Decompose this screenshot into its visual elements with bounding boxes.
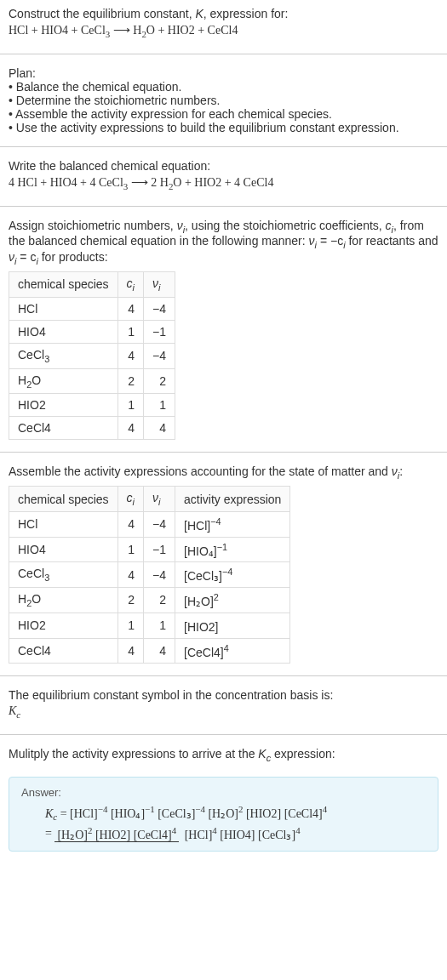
plan-bullet: • Determine the stoichiometric numbers. (9, 94, 438, 107)
balanced: Write the balanced chemical equation: 4 … (0, 152, 447, 201)
plan-bullet: • Use the activity expressions to build … (9, 121, 438, 134)
assign-text: Assign stoichiometric numbers, νi, using… (9, 219, 438, 266)
table-row: HIO41−1 (9, 320, 175, 343)
col-c: ci (117, 487, 143, 512)
k-symbol: K (195, 7, 203, 20)
plan-title: Plan: (9, 66, 438, 80)
text: Use the activity expressions to build th… (16, 121, 399, 134)
col-species: chemical species (9, 271, 118, 297)
cell: 4 (144, 638, 175, 664)
cell: [CeCl4]4 (175, 638, 290, 664)
table-row: CeCl444[CeCl4]4 (9, 638, 290, 664)
text: Construct the equilibrium constant, (9, 7, 195, 20)
col-c: ci (117, 271, 143, 297)
fraction-denominator: [HCl]4 [HIO4] [CeCl₃]4 (182, 829, 303, 841)
cell: −4 (144, 343, 175, 368)
assemble: Assemble the activity expressions accoun… (0, 458, 447, 670)
cell: HCl (9, 297, 118, 320)
text: for products: (38, 250, 108, 264)
cell: [CeCl₃]−4 (175, 562, 290, 588)
reaction-equation: HCl + HIO4 + CeCl3 ⟶ H2O + HIO2 + CeCl4 (9, 23, 438, 39)
nu: ν (392, 464, 398, 478)
text: Mulitply the activity expressions to arr… (9, 747, 258, 761)
col-nu: νi (144, 487, 175, 512)
plan-bullet: • Assemble the activity expression for e… (9, 107, 438, 121)
cell: CeCl3 (9, 343, 118, 368)
cell: CeCl3 (9, 562, 118, 588)
cell: 2 (144, 588, 175, 613)
answer-box: Answer: Kc = [HCl]−4 [HIO₄]−1 [CeCl₃]−4 … (9, 777, 438, 852)
cell: 1 (144, 612, 175, 638)
cell: HIO2 (9, 612, 118, 638)
cell: HCl (9, 511, 118, 537)
cell: 1 (117, 320, 143, 343)
text: , using the stoichiometric coefficients, (185, 219, 386, 232)
cell: 4 (117, 562, 143, 588)
intro: Construct the equilibrium constant, K, e… (0, 0, 447, 48)
cell: −4 (144, 297, 175, 320)
eq-const: The equilibrium constant symbol in the c… (0, 681, 447, 729)
cell: H2O (9, 588, 118, 613)
table-row: H2O22[H₂O]2 (9, 588, 290, 613)
balanced-equation: 4 HCl + HIO4 + 4 CeCl3 ⟶ 2 H2O + HIO2 + … (9, 175, 438, 191)
col-activity: activity expression (175, 487, 290, 512)
table-row: H2O22 (9, 368, 175, 394)
col-species: chemical species (9, 487, 118, 512)
intro-line1: Construct the equilibrium constant, K, e… (9, 7, 438, 20)
cell: [HIO2] (175, 612, 290, 638)
cell: HIO4 (9, 320, 118, 343)
cell: [H₂O]2 (175, 588, 290, 613)
plan-bullet: • Balance the chemical equation. (9, 80, 438, 94)
cell: 2 (117, 368, 143, 394)
table-row: CeCl444 (9, 417, 175, 440)
cell: HIO4 (9, 537, 118, 562)
text: = −c (317, 234, 343, 248)
cell: 4 (117, 638, 143, 664)
table-row: HIO211[HIO2] (9, 612, 290, 638)
table-row: CeCl34−4 (9, 343, 175, 368)
cell: 1 (144, 394, 175, 417)
cell: −4 (144, 511, 175, 537)
text: The equilibrium constant symbol in the c… (9, 688, 438, 702)
cell: 4 (117, 417, 143, 440)
table-header: chemical species ci νi (9, 271, 175, 297)
cell: −4 (144, 562, 175, 588)
cell: CeCl4 (9, 417, 118, 440)
multiply: Mulitply the activity expressions to arr… (0, 740, 447, 770)
balanced-title: Write the balanced chemical equation: (9, 159, 438, 173)
text: expression: (271, 747, 335, 761)
stoichiometry-table: chemical species ci νi HCl4−4 HIO41−1 Ce… (9, 271, 175, 440)
cell: 4 (117, 297, 143, 320)
cell: [HIO₄]−1 (175, 537, 290, 562)
cell: H2O (9, 368, 118, 394)
table-header: chemical species ci νi activity expressi… (9, 487, 290, 512)
nu: ν (309, 234, 315, 248)
cell: 1 (117, 612, 143, 638)
sub: i (398, 470, 399, 481)
cell: 1 (117, 537, 143, 562)
answer-eq-line2: = [H₂O]2 [HIO2] [CeCl4]4 [HCl]4 [HIO4] [… (45, 825, 426, 842)
text: , expression for: (203, 7, 289, 20)
cell: 4 (117, 511, 143, 537)
c: c (386, 219, 392, 232)
cell: CeCl4 (9, 638, 118, 664)
text: Assemble the activity expression for eac… (15, 107, 332, 121)
cell: 2 (144, 368, 175, 394)
text: for reactants and (346, 234, 438, 248)
k: K (258, 747, 266, 761)
table-row: HIO211 (9, 394, 175, 417)
cell: 2 (117, 588, 143, 613)
cell: 1 (117, 394, 143, 417)
text: Assemble the activity expressions accoun… (9, 464, 392, 478)
activity-table: chemical species ci νi activity expressi… (9, 486, 290, 664)
table-row: HIO41−1[HIO₄]−1 (9, 537, 290, 562)
text: Assign stoichiometric numbers, (9, 219, 177, 232)
table-row: HCl4−4[HCl]−4 (9, 511, 290, 537)
answer-label: Answer: (21, 786, 426, 799)
plan: Plan: • Balance the chemical equation. •… (0, 60, 447, 141)
text: Determine the stoichiometric numbers. (16, 94, 221, 107)
answer-eq-line1: Kc = [HCl]−4 [HIO₄]−1 [CeCl₃]−4 [H₂O]2 [… (45, 804, 426, 822)
table-row: CeCl34−4[CeCl₃]−4 (9, 562, 290, 588)
fraction-numerator: [H₂O]2 [HIO2] [CeCl4]4 (54, 829, 179, 842)
assemble-text: Assemble the activity expressions accoun… (9, 464, 438, 481)
